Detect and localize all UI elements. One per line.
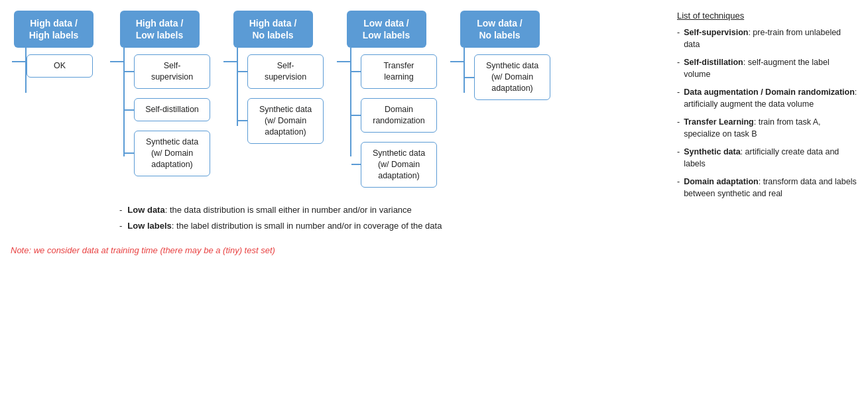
child-self-distillation: Self-distillation <box>134 98 210 121</box>
legend-item-1: - Low data: the data distribution is sma… <box>117 204 666 217</box>
header-box-5: Low data /No labels <box>460 11 540 48</box>
child-self-supervision-2: Self-supervision <box>134 54 210 89</box>
technique-dash-6: - <box>677 176 680 200</box>
column-5: Low data /No labels Synthetic data(w/ Do… <box>449 11 550 100</box>
technique-dash-3: - <box>677 87 680 110</box>
header-box-2: High data /Low labels <box>120 11 200 48</box>
legend-dash-2: - <box>117 219 122 233</box>
technique-item-2: - Self-distillation: self-augment the la… <box>677 57 857 80</box>
technique-item-6: - Domain adaptation: transform data and … <box>677 176 857 200</box>
child-synthetic-4: Synthetic data(w/ Domainadaptation) <box>361 142 437 188</box>
technique-term-1: Self-supervision <box>684 28 748 37</box>
note-text: Note: we consider data at training time … <box>11 245 275 255</box>
legend-term-2: Low labels <box>127 221 171 231</box>
column-4: Low data /Low labels Transferlearning <box>336 11 437 188</box>
note-area: Note: we consider data at training time … <box>11 245 666 255</box>
technique-dash-1: - <box>677 27 680 50</box>
technique-term-5: Synthetic data <box>684 147 740 156</box>
technique-term-4: Transfer Learning <box>684 117 754 127</box>
child-synthetic-5: Synthetic data(w/ Domainadaptation) <box>474 54 550 100</box>
child-synthetic-2: Synthetic data(w/ Domainadaptation) <box>134 131 210 176</box>
header-box-1: High data /High labels <box>14 11 93 48</box>
technique-item-3: - Data augmentation / Domain randomizati… <box>677 87 857 110</box>
header-box-4: Low data /Low labels <box>347 11 426 48</box>
technique-item-1: - Self-supervision: pre-train from unlab… <box>677 27 857 50</box>
technique-text-5: Synthetic data: artificially create data… <box>684 147 857 170</box>
right-panel: List of techniques - Self-supervision: p… <box>672 11 857 206</box>
legend-item-2: - Low labels: the label distribution is … <box>117 219 666 233</box>
technique-text-2: Self-distillation: self-augment the labe… <box>684 57 857 80</box>
technique-term-2: Self-distillation <box>684 58 743 67</box>
technique-item-5: - Synthetic data: artificially create da… <box>677 147 857 170</box>
technique-dash-4: - <box>677 117 680 140</box>
main-layout: High data /High labels OK High data /Low… <box>11 11 857 255</box>
technique-dash-5: - <box>677 147 680 170</box>
technique-term-3: Data augmentation / Domain randomization <box>684 88 855 97</box>
legend-text-2: Low labels: the label distribution is sm… <box>127 219 442 233</box>
legend-def-2: : the label distribution is small in num… <box>172 221 442 231</box>
technique-text-6: Domain adaptation: transform data and la… <box>684 176 857 200</box>
technique-term-6: Domain adaptation <box>684 177 759 186</box>
technique-item-4: - Transfer Learning: train from task A, … <box>677 117 857 140</box>
legend-def-1: : the data distribution is small either … <box>165 205 412 215</box>
technique-text-1: Self-supervision: pre-train from unlabel… <box>684 27 857 50</box>
technique-text-3: Data augmentation / Domain randomization… <box>684 87 857 110</box>
columns-row: High data /High labels OK High data /Low… <box>11 11 666 188</box>
legend-area: - Low data: the data distribution is sma… <box>11 204 666 237</box>
legend-dash-1: - <box>117 204 122 217</box>
child-box-ok: OK <box>27 54 93 78</box>
technique-dash-2: - <box>677 57 680 80</box>
child-domain-randomization: Domainrandomization <box>361 98 437 133</box>
legend-term-1: Low data <box>127 205 164 215</box>
column-3: High data /No labels Self-supervision <box>222 11 324 144</box>
right-panel-title: List of techniques <box>677 11 857 21</box>
child-self-supervision-3: Self-supervision <box>247 54 324 89</box>
child-synthetic-3: Synthetic data(w/ Domainadaptation) <box>247 98 324 144</box>
child-transfer-learning: Transferlearning <box>361 54 437 89</box>
legend-text-1: Low data: the data distribution is small… <box>127 204 411 217</box>
diagram-area: High data /High labels OK High data /Low… <box>11 11 666 255</box>
column-1: High data /High labels OK <box>11 11 97 93</box>
technique-text-4: Transfer Learning: train from task A, sp… <box>684 117 857 140</box>
header-box-3: High data /No labels <box>233 11 313 48</box>
column-2: High data /Low labels Self-supervision <box>109 11 210 176</box>
